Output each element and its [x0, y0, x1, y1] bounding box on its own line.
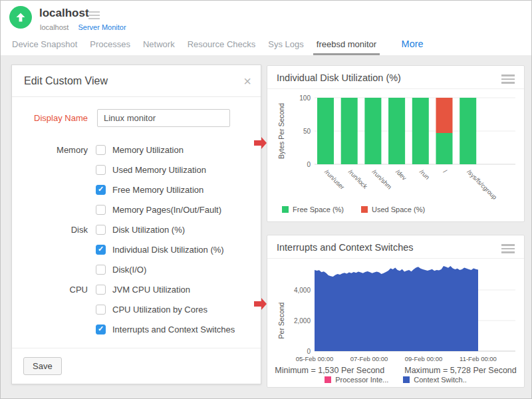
checkbox-disk-i-o[interactable]: [96, 265, 106, 275]
checkbox-label: Individual Disk Utilization (%): [112, 245, 224, 255]
svg-text:/run/shm: /run/shm: [370, 168, 393, 191]
legend-item-processor-inte[interactable]: Processor Inte...: [325, 376, 388, 384]
metric-row-individual-disk-utilization: Individual Disk Utilization (%): [12, 239, 261, 259]
group-label-disk: Disk: [12, 225, 96, 235]
chart-menu-icon[interactable]: [501, 244, 515, 255]
checkbox-label: Disk(I/O): [112, 265, 146, 275]
checkbox-label: JVM CPU Utilization: [112, 285, 190, 295]
app-window: localhost localhost Server Monitor Devic…: [0, 0, 532, 399]
arrow-to-interrupts-chart-icon: [254, 297, 267, 311]
tab-device-snapshot[interactable]: Device Snapshot: [9, 35, 80, 55]
tab-sys-logs[interactable]: Sys Logs: [265, 35, 307, 55]
checkbox-label: Free Memory Utilization: [112, 185, 203, 195]
interrupts-chart-legend: Processor Inte...Context Switch..: [267, 376, 524, 384]
disk-chart-title: Individual Disk Utilization (%): [267, 66, 524, 89]
checkbox-label: Disk Utilization (%): [112, 225, 185, 235]
checkbox-label: Interrupts and Context Switches: [112, 325, 235, 334]
metric-row-disk-i-o: Disk(I/O): [12, 259, 261, 279]
svg-text:0: 0: [307, 161, 311, 168]
svg-text:/run/lock: /run/lock: [347, 168, 369, 190]
close-icon[interactable]: ×: [243, 65, 251, 97]
maximum-value: Maximum = 5,728 Per Second: [404, 366, 517, 375]
interrupts-card: Interrupts and Context Switches 4,0002,0…: [267, 235, 525, 388]
svg-text:/sys/fs/cgroup: /sys/fs/cgroup: [466, 168, 498, 201]
minmax-row: Minimum = 1,530 Per Second Maximum = 5,7…: [267, 366, 524, 375]
page-title: localhost: [39, 7, 89, 20]
svg-text:50: 50: [303, 128, 311, 135]
checkbox-interrupts-and-context-switches[interactable]: [96, 325, 106, 334]
legend-item-used-space[interactable]: Used Space (%): [361, 205, 425, 213]
svg-text:09-Feb 00:00: 09-Feb 00:00: [405, 355, 443, 362]
header: localhost localhost Server Monitor: [1, 1, 531, 35]
breadcrumb-server-monitor-link[interactable]: Server Monitor: [78, 23, 126, 31]
svg-text:Bytes Per Second: Bytes Per Second: [277, 103, 285, 159]
svg-text:0: 0: [307, 348, 311, 355]
minimum-value: Minimum = 1,530 Per Second: [275, 366, 384, 375]
display-name-input[interactable]: [97, 109, 230, 127]
legend-label: Context Switch..: [414, 376, 466, 384]
metric-row-jvm-cpu-utilization: CPUJVM CPU Utilization: [12, 279, 261, 299]
svg-text:/: /: [442, 168, 449, 175]
svg-text:/run/user: /run/user: [323, 168, 346, 191]
legend-item-free-space[interactable]: Free Space (%): [282, 205, 344, 213]
metric-row-interrupts-and-context-switches: Interrupts and Context Switches: [12, 319, 261, 339]
bar-free-run-user: [317, 98, 334, 164]
checkbox-cpu-utilization-by-cores[interactable]: [96, 305, 106, 315]
checkbox-label: Memory Pages(In/Out/Fault): [112, 205, 221, 215]
tab-bar: Device SnapshotProcessesNetworkResource …: [1, 35, 531, 55]
breadcrumb: localhost Server Monitor: [40, 23, 126, 31]
group-label-memory: Memory: [12, 145, 96, 155]
tab-freebsd-monitor[interactable]: freebsd monitor: [313, 35, 380, 55]
metric-row-used-memory-utilization: Used Memory Utilization: [12, 160, 261, 180]
group-label-cpu: CPU: [12, 285, 96, 295]
modal-title: Edit Custom View: [24, 75, 108, 86]
save-button[interactable]: Save: [23, 357, 62, 375]
checkbox-jvm-cpu-utilization[interactable]: [96, 285, 106, 295]
breadcrumb-device: localhost: [40, 23, 68, 31]
tab-processes[interactable]: Processes: [86, 35, 134, 55]
bar-free-dev: [388, 98, 405, 164]
checkbox-memory-utilization[interactable]: [96, 145, 106, 155]
svg-text:05-Feb 00:00: 05-Feb 00:00: [296, 355, 334, 362]
modal-header: Edit Custom View ×: [12, 65, 261, 97]
metric-row-cpu-utilization-by-cores: CPU Utilization by Cores: [12, 299, 261, 319]
checkbox-free-memory-utilization[interactable]: [96, 185, 106, 195]
metric-row-free-memory-utilization: Free Memory Utilization: [12, 180, 261, 200]
checkbox-memory-pages-in-out-fault[interactable]: [96, 205, 106, 215]
metric-row-disk-utilization: DiskDisk Utilization (%): [12, 219, 261, 239]
disk-utilization-card: Individual Disk Utilization (%) 100500By…: [267, 65, 525, 222]
checkbox-label: CPU Utilization by Cores: [112, 305, 207, 315]
chart-menu-icon[interactable]: [501, 74, 515, 86]
svg-text:/run: /run: [418, 168, 431, 181]
legend-item-context-switch[interactable]: Context Switch..: [403, 376, 466, 384]
legend-label: Used Space (%): [372, 205, 425, 213]
checkbox-individual-disk-utilization[interactable]: [96, 245, 106, 255]
checkbox-used-memory-utilization[interactable]: [96, 165, 106, 175]
svg-text:07-Feb 00:00: 07-Feb 00:00: [350, 355, 388, 362]
edit-custom-view-panel: Edit Custom View × Display Name MemoryMe…: [11, 65, 261, 384]
bar-free-: [436, 133, 453, 164]
metric-checkbox-list: MemoryMemory UtilizationUsed Memory Util…: [12, 140, 261, 339]
checkbox-disk-utilization[interactable]: [96, 225, 106, 235]
checkbox-label: Used Memory Utilization: [112, 165, 206, 175]
device-status-icon: [9, 6, 32, 29]
hamburger-icon[interactable]: [88, 11, 100, 21]
bar-free-run: [412, 98, 429, 164]
tab-network[interactable]: Network: [140, 35, 178, 55]
disk-bar-chart: 100500Bytes Per Second/run/user/run/lock…: [271, 91, 521, 203]
disk-chart-legend: Free Space (%)Used Space (%): [267, 205, 524, 213]
svg-text:4,000: 4,000: [294, 287, 311, 294]
metric-row-memory-utilization: MemoryMemory Utilization: [12, 140, 261, 160]
interrupts-area-chart: 4,0002,0000Per Second05-Feb 00:0007-Feb …: [271, 261, 521, 364]
display-name-row: Display Name: [12, 109, 261, 127]
bar-free-sys-fs-cgroup: [460, 98, 476, 164]
tab-more[interactable]: More: [398, 35, 427, 55]
svg-text:2,000: 2,000: [294, 317, 311, 325]
legend-swatch: [403, 376, 410, 383]
bar-used-: [436, 98, 453, 133]
tab-resource-checks[interactable]: Resource Checks: [184, 35, 259, 55]
svg-text:Per Second: Per Second: [277, 302, 285, 338]
svg-text:/dev: /dev: [394, 168, 408, 182]
legend-swatch: [325, 376, 331, 383]
display-name-label: Display Name: [12, 109, 97, 127]
